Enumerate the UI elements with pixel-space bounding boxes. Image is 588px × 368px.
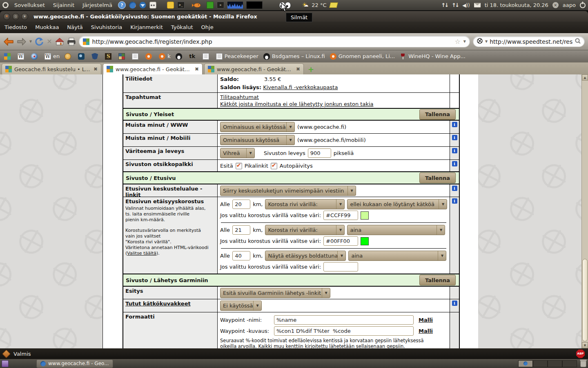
pikalinkit-checkbox[interactable] — [236, 163, 242, 169]
bookmark-star-icon[interactable]: ☆ — [455, 38, 461, 45]
show-desktop-icon[interactable] — [2, 360, 9, 367]
topup-link[interactable]: Kivenalla.fi -verkkokaupasta — [263, 84, 338, 90]
info-icon[interactable]: i — [452, 122, 457, 127]
search-engine-icon[interactable] — [477, 38, 483, 46]
monitor-blank-applet[interactable] — [246, 1, 263, 9]
info-icon[interactable]: i — [452, 186, 457, 191]
bookmark-item[interactable]: S — [105, 53, 114, 60]
wp-desc-input[interactable] — [274, 326, 414, 336]
tab-close-icon[interactable]: ✖ — [296, 66, 300, 72]
menu-sijainnit[interactable]: Sijainnit — [51, 1, 77, 9]
vertical-scrollbar[interactable]: ▲ ▼ — [581, 74, 588, 348]
mini-terminal-icon[interactable]: » — [217, 2, 224, 9]
stop-button[interactable]: ✕ — [47, 38, 52, 45]
fish-applet-icon[interactable] — [192, 2, 201, 8]
bookmark-item[interactable] — [91, 53, 100, 60]
bookmark-item[interactable] — [176, 53, 184, 60]
reload-button[interactable] — [35, 37, 44, 46]
color-input-3[interactable] — [323, 262, 358, 272]
workspace-1[interactable] — [518, 360, 533, 367]
url-dropdown-icon[interactable]: ▼ — [463, 40, 466, 43]
bookmark-item[interactable]: Gnomen paneeli, Li... — [330, 53, 395, 60]
malli-link-1[interactable]: Malli — [419, 317, 433, 323]
menu-sivuhistoria[interactable]: Sivuhistoria — [91, 24, 122, 30]
save-button[interactable]: Tallenna — [419, 275, 456, 285]
valitse-taalta-link[interactable]: Valitse täältä — [127, 251, 156, 256]
new-tab-button[interactable]: + — [308, 66, 314, 73]
url-bar[interactable]: http://www.geocache.fi/register/index.ph… — [79, 36, 470, 47]
bookmark-item[interactable] — [65, 53, 73, 60]
search-text[interactable]: http://www.speedtest.net/result/8 — [490, 38, 572, 45]
menu-muokkaa[interactable]: Muokkaa — [35, 24, 59, 30]
tomboy-notes-icon[interactable] — [167, 2, 174, 9]
history-dropdown-icon[interactable]: ▼ — [29, 40, 32, 43]
info-icon[interactable]: i — [452, 135, 457, 140]
bookmark-item[interactable]: W — [18, 53, 26, 60]
color-input-1[interactable] — [323, 211, 358, 220]
clock-label[interactable]: ti 18. toukokuuta, 20.26 — [485, 2, 548, 8]
muista-mobiili-select[interactable]: Ominaisuus käytössä▼ — [220, 135, 295, 145]
home-button[interactable] — [55, 38, 64, 46]
mode-select-3[interactable]: Näytä etäisyys boldattuna▼ — [265, 251, 346, 261]
keskustelu-select[interactable]: Siirry keskusteluketjun viimeisimpään vi… — [220, 186, 356, 196]
firefox-launcher-icon[interactable] — [129, 2, 136, 9]
search-go-icon[interactable] — [575, 38, 581, 46]
thunderbird-launcher-icon[interactable] — [139, 2, 146, 9]
workspace-4[interactable] — [562, 360, 577, 367]
wp-name-input[interactable] — [274, 315, 414, 325]
menu-jarjestelma[interactable]: Järjestelmä — [80, 1, 115, 9]
sticky-notes-icon[interactable] — [329, 2, 338, 8]
scroll-down-arrow[interactable]: ▼ — [582, 342, 588, 348]
window-maximize-button[interactable]: ▾ — [21, 13, 28, 20]
bookmark-item[interactable]: WineHQ - Wine App... — [400, 53, 466, 60]
sound-preferences-icon[interactable] — [149, 2, 156, 9]
bookmark-item[interactable] — [78, 53, 87, 60]
scroll-up-arrow[interactable]: ▲ — [582, 74, 588, 81]
print-button[interactable] — [67, 38, 76, 46]
username-label[interactable]: aapo — [563, 2, 576, 8]
tab-2-active[interactable]: www.geocache.fi - Geokät... ✖ — [103, 63, 203, 74]
help-icon[interactable]: ? — [118, 1, 126, 9]
scrollbar-thumb[interactable] — [582, 259, 588, 341]
foxyproxy-icon[interactable] — [2, 349, 11, 358]
esitys-select[interactable]: Esitä sivuilla Garminiin lähetys -linkit… — [220, 288, 330, 298]
km-input-3[interactable] — [232, 251, 250, 260]
bookmark-item[interactable] — [4, 53, 13, 60]
bookmark-item[interactable]: Peacekeeper — [216, 53, 258, 60]
menu-kirjanmerkit[interactable]: Kirjanmerkit — [130, 24, 163, 30]
network-monitor-icon-1[interactable]: ↑↓ — [441, 2, 448, 8]
ubuntu-logo-icon[interactable] — [2, 2, 9, 8]
menu-tyokalut[interactable]: Työkalut — [171, 24, 193, 30]
kuvakkeet-select[interactable]: Ei käytössä▼ — [220, 301, 262, 311]
mail-icon[interactable] — [474, 3, 481, 7]
muista-www-select[interactable]: Ominaisuus ei käytössä▼ — [220, 122, 295, 132]
terminal-launcher-icon[interactable]: >_ — [177, 2, 185, 9]
color-input-2[interactable] — [323, 236, 358, 246]
bookmark-item[interactable] — [118, 53, 127, 60]
menu-tiedosto[interactable]: Tiedosto — [4, 24, 27, 30]
when-select-3[interactable]: aina▼ — [348, 251, 446, 261]
bookmark-item[interactable] — [203, 53, 211, 60]
status-square-icon[interactable] — [207, 2, 214, 9]
window-close-button[interactable]: ✕ — [3, 13, 10, 20]
im-status-icon[interactable]: ✕ — [552, 2, 559, 8]
info-icon[interactable]: i — [452, 148, 457, 153]
mode-select-1[interactable]: Korosta rivi värillä:▼ — [265, 199, 345, 209]
system-monitor-applet[interactable] — [227, 2, 243, 9]
adblock-plus-icon[interactable]: ABP — [576, 350, 585, 358]
bookmark-item[interactable]: k — [159, 53, 171, 60]
workspace-3[interactable] — [548, 360, 562, 367]
save-button[interactable]: Tallenna — [419, 173, 456, 183]
weather-icon[interactable]: ☀☁ — [302, 2, 308, 8]
tab-close-icon[interactable]: ✖ — [195, 66, 199, 72]
kuvakkeet-link[interactable]: Tutut kätkökuvakkeet — [125, 301, 191, 307]
tilitapahtumat-link[interactable]: Tilitapahtumat — [220, 94, 259, 100]
network-monitor-icon-2[interactable]: ↑↓ — [452, 2, 458, 8]
menu-ohje[interactable]: Ohje — [201, 24, 214, 30]
trash-icon[interactable] — [580, 360, 586, 367]
info-icon[interactable]: i — [452, 161, 457, 166]
info-icon[interactable]: i — [452, 301, 457, 306]
back-button[interactable] — [3, 37, 14, 46]
bookmark-item[interactable] — [145, 53, 154, 60]
theme-select[interactable]: Vihreä▼ — [220, 148, 255, 158]
